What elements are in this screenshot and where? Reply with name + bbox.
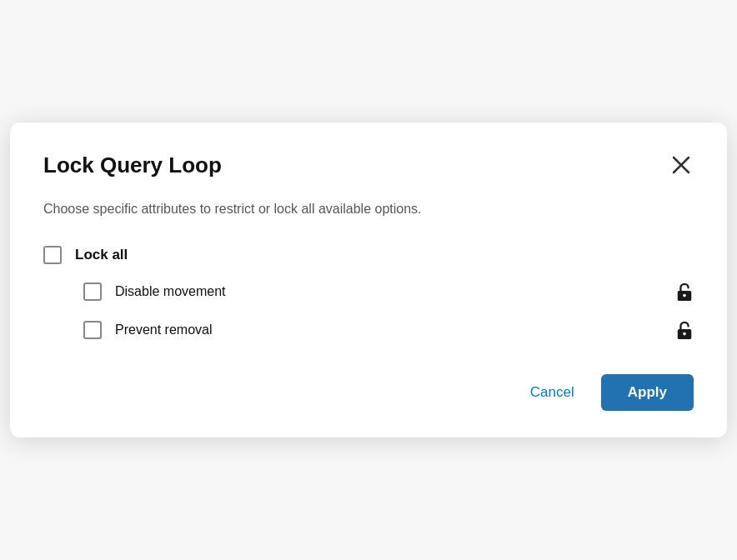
disable-movement-label[interactable]: Disable movement xyxy=(115,284,226,299)
modal-header: Lock Query Loop xyxy=(43,152,694,178)
prevent-removal-option-left: Prevent removal xyxy=(83,321,213,339)
lock-open-icon xyxy=(675,281,694,302)
prevent-removal-label[interactable]: Prevent removal xyxy=(115,322,213,338)
svg-point-5 xyxy=(683,332,686,335)
prevent-removal-row: Prevent removal xyxy=(43,319,694,341)
lock-open-icon-2 xyxy=(675,319,694,341)
disable-movement-row: Disable movement xyxy=(43,281,694,302)
lock-all-option-left: Lock all xyxy=(43,246,128,264)
modal-title: Lock Query Loop xyxy=(43,152,222,178)
apply-button[interactable]: Apply xyxy=(601,374,694,411)
disable-movement-option-left: Disable movement xyxy=(83,282,226,301)
close-button[interactable] xyxy=(669,152,694,178)
lock-all-row: Lock all xyxy=(43,246,694,264)
close-icon xyxy=(672,156,690,174)
lock-all-checkbox[interactable] xyxy=(43,246,62,264)
modal-footer: Cancel Apply xyxy=(43,368,694,411)
svg-point-3 xyxy=(683,293,686,297)
modal-dialog: Lock Query Loop Choose specific attribut… xyxy=(10,122,727,437)
prevent-removal-checkbox[interactable] xyxy=(83,321,102,339)
cancel-button[interactable]: Cancel xyxy=(517,376,588,409)
modal-description: Choose specific attributes to restrict o… xyxy=(43,199,694,219)
lock-all-label[interactable]: Lock all xyxy=(75,247,128,263)
disable-movement-checkbox[interactable] xyxy=(83,282,102,301)
modal-overlay: Lock Query Loop Choose specific attribut… xyxy=(0,0,737,560)
